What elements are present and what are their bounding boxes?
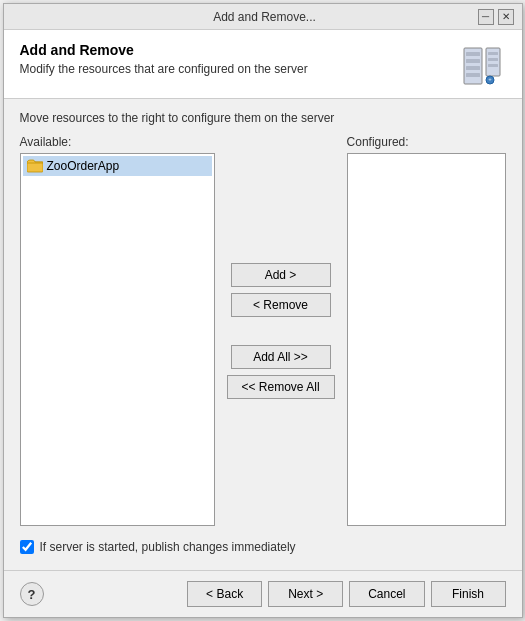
list-item-text: ZooOrderApp	[47, 159, 120, 173]
available-label: Available:	[20, 135, 215, 149]
available-list[interactable]: ZooOrderApp	[20, 153, 215, 526]
folder-icon	[27, 158, 43, 174]
configured-column: Configured:	[347, 135, 506, 526]
publish-checkbox[interactable]	[20, 540, 34, 554]
finish-button[interactable]: Finish	[431, 581, 506, 607]
svg-rect-2	[466, 59, 480, 63]
cancel-button[interactable]: Cancel	[349, 581, 424, 607]
footer-right: < Back Next > Cancel Finish	[187, 581, 505, 607]
dialog-header-text: Add and Remove Modify the resources that…	[20, 42, 308, 76]
svg-rect-7	[488, 58, 498, 61]
svg-rect-6	[488, 52, 498, 55]
svg-text:+: +	[488, 76, 492, 82]
dialog-footer: ? < Back Next > Cancel Finish	[4, 570, 522, 617]
title-bar: Add and Remove... ─ ✕	[4, 4, 522, 30]
available-column: Available: ZooOrderApp	[20, 135, 215, 526]
dialog-window: Add and Remove... ─ ✕ Add and Remove Mod…	[3, 3, 523, 618]
svg-rect-3	[466, 66, 480, 70]
remove-button[interactable]: < Remove	[231, 293, 331, 317]
publish-label[interactable]: If server is started, publish changes im…	[40, 540, 296, 554]
configured-label: Configured:	[347, 135, 506, 149]
middle-buttons: Add > < Remove Add All >> << Remove All	[215, 135, 347, 526]
footer-left: ?	[20, 582, 44, 606]
dialog-header: Add and Remove Modify the resources that…	[4, 30, 522, 99]
instruction-text: Move resources to the right to configure…	[20, 111, 506, 125]
configured-list[interactable]	[347, 153, 506, 526]
title-bar-text: Add and Remove...	[52, 10, 478, 24]
svg-rect-8	[488, 64, 498, 67]
dialog-subtitle: Modify the resources that are configured…	[20, 62, 308, 76]
list-item[interactable]: ZooOrderApp	[23, 156, 212, 176]
close-button[interactable]: ✕	[498, 9, 514, 25]
minimize-button[interactable]: ─	[478, 9, 494, 25]
dialog-body: Move resources to the right to configure…	[4, 99, 522, 570]
svg-rect-4	[466, 73, 480, 77]
dialog-title: Add and Remove	[20, 42, 308, 58]
checkbox-row: If server is started, publish changes im…	[20, 536, 506, 558]
title-bar-controls: ─ ✕	[478, 9, 514, 25]
help-button[interactable]: ?	[20, 582, 44, 606]
back-button[interactable]: < Back	[187, 581, 262, 607]
add-button[interactable]: Add >	[231, 263, 331, 287]
svg-rect-1	[466, 52, 480, 56]
columns-area: Available: ZooOrderApp Add > < Remove	[20, 135, 506, 526]
svg-rect-11	[27, 162, 43, 172]
next-button[interactable]: Next >	[268, 581, 343, 607]
remove-all-button[interactable]: << Remove All	[227, 375, 335, 399]
add-all-button[interactable]: Add All >>	[231, 345, 331, 369]
server-icon: +	[458, 42, 506, 90]
